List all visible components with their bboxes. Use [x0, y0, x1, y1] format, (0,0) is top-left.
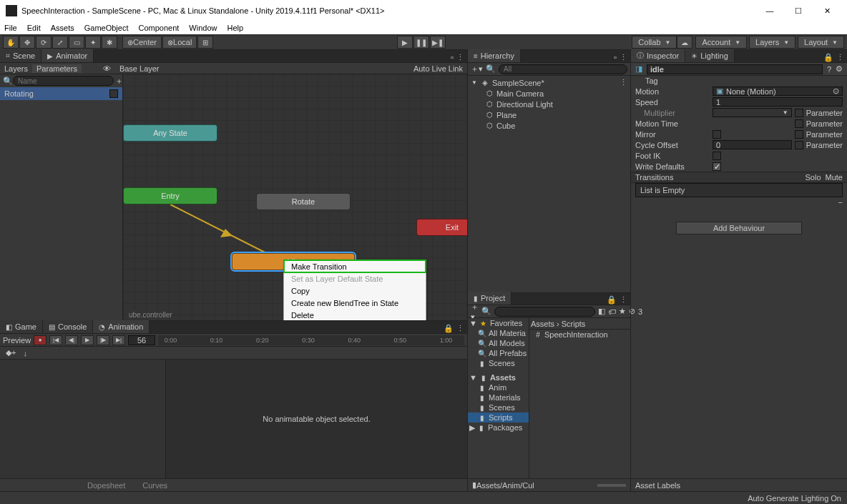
state-name-field[interactable]: [647, 64, 823, 74]
fav-all-prefabs[interactable]: 🔍All Prefabs: [468, 348, 529, 358]
zoom-slider[interactable]: [597, 484, 626, 487]
menu-component[interactable]: Component: [138, 24, 179, 32]
fav-all-models[interactable]: 🔍All Models: [468, 338, 529, 348]
hierarchy-item-directional-light[interactable]: ⬡Directional Light: [468, 99, 630, 109]
tab-console[interactable]: ▤Console: [43, 320, 93, 333]
foldout-icon[interactable]: ▼: [469, 373, 477, 382]
prev-frame-button[interactable]: ◀|: [65, 335, 78, 345]
cycle-param-checkbox[interactable]: [795, 141, 803, 149]
eye-icon[interactable]: 👁: [99, 64, 115, 73]
folder-anim[interactable]: ▮Anim: [468, 382, 529, 392]
animator-graph[interactable]: Any State Entry Rotate Exit Idle Make Tr…: [123, 74, 467, 320]
layout-dropdown[interactable]: Layout▼: [798, 36, 844, 49]
folder-scenes[interactable]: ▮Scenes: [468, 402, 529, 412]
tab-inspector[interactable]: ⓘInspector: [631, 49, 685, 62]
pivot-local-button[interactable]: ⊗ Local: [162, 36, 197, 49]
hierarchy-item-cube[interactable]: ⬡Cube: [468, 120, 630, 131]
multiplier-param-checkbox[interactable]: [795, 109, 803, 117]
help-icon[interactable]: ?: [827, 65, 831, 74]
create-dropdown-button[interactable]: ＋▾: [471, 64, 483, 74]
filter-icon[interactable]: ◧: [598, 307, 605, 316]
node-entry[interactable]: Entry: [123, 187, 217, 204]
panel-lock-icon[interactable]: 🔒: [823, 53, 833, 62]
tab-animator[interactable]: ▶Animator: [41, 49, 94, 62]
hand-tool-button[interactable]: ✋: [3, 36, 19, 49]
menu-help[interactable]: Help: [227, 24, 243, 32]
base-layer-label[interactable]: Base Layer: [115, 64, 164, 73]
curves-tab[interactable]: Curves: [134, 481, 176, 490]
tab-hierarchy[interactable]: ≡Hierarchy: [468, 49, 521, 62]
scene-menu-icon[interactable]: ⋮: [620, 78, 627, 87]
panel-menu-icon[interactable]: ⋮: [620, 295, 627, 305]
node-any-state[interactable]: Any State: [123, 124, 217, 142]
panel-menu-icon[interactable]: ⋮: [456, 53, 464, 62]
record-button[interactable]: ●: [34, 335, 46, 345]
fav-scenes[interactable]: ▮Scenes: [468, 358, 529, 368]
favorite-icon[interactable]: ★: [619, 307, 626, 316]
hierarchy-item-main-camera[interactable]: ⬡Main Camera: [468, 88, 630, 99]
rect-tool-button[interactable]: ▭: [69, 36, 84, 49]
rotate-tool-button[interactable]: ⟳: [36, 36, 52, 49]
menu-copy[interactable]: Copy: [284, 285, 426, 297]
cloud-button[interactable]: ☁: [677, 36, 692, 49]
panel-maximize-icon[interactable]: ▫: [451, 53, 454, 62]
parameters-subtab[interactable]: Parameters: [32, 64, 82, 73]
node-rotate[interactable]: Rotate: [256, 193, 351, 210]
parameter-rotating[interactable]: Rotating: [0, 87, 122, 100]
fav-all-materials[interactable]: 🔍All Materia: [468, 328, 529, 338]
add-parameter-button[interactable]: ＋: [115, 76, 123, 87]
scene-row[interactable]: ▼ ◈ SampleScene* ⋮: [468, 77, 630, 88]
foldout-icon[interactable]: ▼: [469, 319, 477, 327]
collab-dropdown[interactable]: Collab▼: [632, 36, 677, 49]
object-picker-icon[interactable]: ⊙: [833, 87, 839, 96]
layers-subtab[interactable]: Layers: [0, 64, 32, 73]
folder-scripts[interactable]: ▮Scripts: [468, 412, 529, 423]
tab-scene[interactable]: ⌗Scene: [0, 49, 41, 62]
motion-time-param-checkbox[interactable]: [795, 119, 803, 128]
parameter-search-input[interactable]: [13, 76, 114, 86]
panel-menu-icon[interactable]: ⋮: [456, 324, 464, 333]
layers-dropdown[interactable]: Layers▼: [749, 36, 795, 49]
project-file-speechinteraction[interactable]: #SpeechInteraction: [529, 330, 630, 340]
foldout-icon[interactable]: ▼: [471, 79, 478, 86]
keyframe-event-icon[interactable]: ↓: [23, 349, 27, 357]
menu-create-blendtree[interactable]: Create new BlendTree in State: [284, 297, 426, 309]
project-search-input[interactable]: [494, 307, 595, 317]
scale-tool-button[interactable]: ⤢: [52, 36, 68, 49]
foot-ik-checkbox[interactable]: [713, 152, 721, 160]
hierarchy-search-input[interactable]: [499, 64, 627, 74]
hierarchy-item-plane[interactable]: ⬡Plane: [468, 109, 630, 120]
panel-lock-icon[interactable]: 🔒: [444, 324, 454, 333]
folder-materials[interactable]: ▮Materials: [468, 392, 529, 402]
parameter-checkbox[interactable]: [109, 89, 118, 98]
play-button[interactable]: ▶: [397, 36, 413, 49]
tab-animation[interactable]: ◔Animation: [93, 320, 150, 333]
move-tool-button[interactable]: ✥: [19, 36, 35, 49]
speed-field[interactable]: 1: [713, 97, 843, 107]
menu-window[interactable]: Window: [189, 24, 217, 32]
panel-lock-icon[interactable]: 🔒: [607, 295, 617, 305]
step-button[interactable]: ▶❚: [430, 36, 446, 49]
transform-tool-button[interactable]: ✦: [85, 36, 101, 49]
preview-button[interactable]: Preview: [3, 336, 31, 345]
first-frame-button[interactable]: |◀: [49, 335, 62, 345]
menu-file[interactable]: File: [4, 24, 17, 32]
panel-menu-icon[interactable]: ⋮: [836, 53, 844, 62]
keyframe-add-icon[interactable]: ◆+: [6, 348, 16, 357]
menu-edit[interactable]: Edit: [27, 24, 41, 32]
pause-button[interactable]: ❚❚: [413, 36, 429, 49]
account-dropdown[interactable]: Account▼: [695, 36, 747, 49]
tab-lighting[interactable]: ☀Lighting: [685, 49, 735, 62]
node-exit[interactable]: Exit: [416, 219, 467, 236]
panel-menu-icon[interactable]: ⋮: [620, 53, 627, 62]
mirror-param-checkbox[interactable]: [795, 130, 803, 139]
packages-row[interactable]: ▶▮Packages: [468, 423, 529, 433]
mirror-checkbox[interactable]: [713, 130, 721, 139]
menu-gameobject[interactable]: GameObject: [84, 24, 129, 32]
cycle-offset-field[interactable]: 0: [713, 140, 792, 149]
play-anim-button[interactable]: ▶: [81, 335, 94, 345]
favorites-row[interactable]: ▼★Favorites: [468, 318, 529, 328]
assets-row[interactable]: ▼▮Assets: [468, 372, 529, 382]
last-frame-button[interactable]: ▶|: [112, 335, 125, 345]
menu-make-transition[interactable]: Make Transition: [284, 260, 426, 272]
